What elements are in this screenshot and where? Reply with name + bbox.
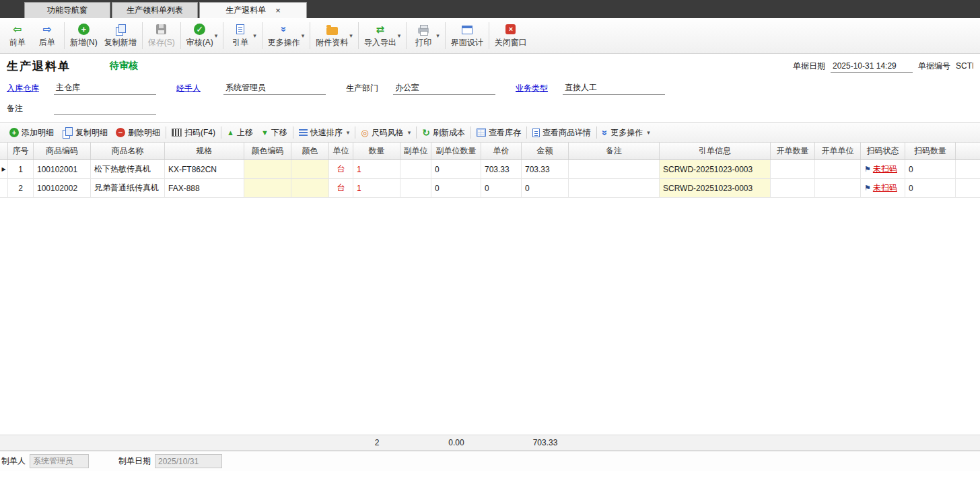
cell-product-name[interactable]: 松下热敏传真机 (91, 160, 165, 178)
add-new-button[interactable]: +新增(N) (67, 22, 101, 50)
header-unit[interactable]: 单位 (329, 143, 353, 159)
size-style-button[interactable]: ◎尺码风格▾ (357, 125, 415, 141)
business-type-label[interactable]: 业务类型 (516, 83, 563, 94)
cell-open-unit[interactable] (815, 160, 861, 178)
cell-color-code[interactable] (244, 160, 291, 178)
cell-scan-qty[interactable]: 0 (905, 179, 956, 197)
header-remark[interactable]: 备注 (569, 143, 660, 159)
tab-material-return-form[interactable]: 生产退料单 × (199, 2, 307, 18)
cell-unit[interactable]: 台 (329, 179, 353, 197)
cell-sub-qty[interactable]: 0 (431, 179, 481, 197)
cell-amount[interactable]: 703.33 (522, 160, 569, 178)
handler-field[interactable]: 系统管理员 (223, 82, 326, 95)
cell-color[interactable] (291, 160, 329, 178)
create-date-input[interactable] (155, 454, 222, 468)
save-button[interactable]: 保存(S) (145, 22, 178, 50)
header-seq[interactable]: 序号 (8, 143, 34, 159)
prev-bill-button[interactable]: ⇦前单 (3, 22, 32, 50)
view-stock-button[interactable]: 查看库存 (473, 125, 525, 141)
header-sub-qty[interactable]: 副单位数量 (431, 143, 481, 159)
header-amount[interactable]: 金额 (522, 143, 569, 159)
copy-add-button[interactable]: 复制新增 (101, 22, 140, 50)
attachments-button[interactable]: 附件资料 ▾ (312, 22, 356, 50)
chevron-down-icon[interactable]: ▾ (398, 32, 401, 39)
department-field[interactable]: 办公室 (393, 82, 495, 95)
tab-function-nav[interactable]: 功能导航窗 (24, 2, 110, 18)
cell-remark[interactable] (569, 160, 660, 178)
bill-date-field[interactable]: 2025-10-31 14:29 (831, 60, 913, 73)
cell-spec[interactable]: FAX-888 (165, 179, 244, 197)
quick-sort-button[interactable]: 快速排序▾ (295, 125, 354, 141)
move-down-button[interactable]: ▼下移 (257, 125, 291, 141)
cell-product-code[interactable]: 100102002 (34, 179, 91, 197)
cell-color-code[interactable] (244, 179, 291, 197)
cell-seq[interactable]: 2 (8, 179, 34, 197)
cell-qty[interactable]: 1 (353, 160, 400, 178)
header-color-code[interactable]: 颜色编码 (244, 143, 291, 159)
table-row[interactable]: 2 100102002 兄弟普通纸传真机 FAX-888 台 1 0 0 0 S… (0, 179, 980, 198)
table-row[interactable]: ▶ 1 100102001 松下热敏传真机 KX-FT862CN 台 1 0 7… (0, 160, 980, 179)
header-scan-status[interactable]: 扫码状态 (861, 143, 905, 159)
more-operations-button[interactable]: »更多操作 ▾ (265, 22, 308, 50)
header-open-qty[interactable]: 开单数量 (771, 143, 815, 159)
header-color[interactable]: 颜色 (291, 143, 329, 159)
chevron-down-icon[interactable]: ▾ (436, 32, 440, 39)
warehouse-label[interactable]: 入库仓库 (7, 83, 54, 94)
refresh-cost-button[interactable]: ↻刷新成本 (418, 125, 469, 141)
scan-code-button[interactable]: 扫码(F4) (168, 125, 219, 141)
cell-ref-info[interactable]: SCRWD-20251023-0003 (660, 179, 771, 197)
warehouse-field[interactable]: 主仓库 (54, 82, 156, 95)
close-icon[interactable]: × (275, 6, 281, 15)
chevron-down-icon[interactable]: ▾ (349, 32, 353, 39)
chevron-down-icon[interactable]: ▾ (253, 32, 256, 39)
import-export-button[interactable]: ⇄导入导出 ▾ (361, 22, 405, 50)
print-button[interactable]: 打印 ▾ (409, 22, 443, 50)
cell-remark[interactable] (569, 179, 660, 197)
move-up-button[interactable]: ▲上移 (223, 125, 257, 141)
cell-scan-qty[interactable]: 0 (905, 160, 956, 178)
cell-ref-info[interactable]: SCRWD-20251023-0003 (660, 160, 771, 178)
ui-design-button[interactable]: 界面设计 (448, 22, 487, 50)
creator-input[interactable] (30, 454, 89, 468)
cell-scan-status[interactable]: ⚑未扫码 (861, 179, 905, 197)
chevron-down-icon[interactable]: ▾ (302, 32, 305, 39)
cell-unit[interactable]: 台 (329, 160, 353, 178)
bill-number-field[interactable]: SCTI (956, 60, 973, 73)
cell-product-name[interactable]: 兄弟普通纸传真机 (91, 179, 165, 197)
cell-scan-status[interactable]: ⚑未扫码 (861, 160, 905, 178)
audit-button[interactable]: ✓审核(A) ▾ (183, 22, 221, 50)
chevron-down-icon[interactable]: ▾ (215, 32, 218, 39)
remark-field[interactable] (54, 102, 156, 115)
cell-open-unit[interactable] (815, 179, 861, 197)
cell-amount[interactable]: 0 (522, 179, 569, 197)
header-open-unit[interactable]: 开单单位 (815, 143, 861, 159)
scan-status-link[interactable]: 未扫码 (873, 163, 897, 175)
delete-detail-button[interactable]: −删除明细 (112, 125, 164, 141)
cell-product-code[interactable]: 100102001 (34, 160, 91, 178)
header-qty[interactable]: 数量 (353, 143, 400, 159)
pull-bill-button[interactable]: 引单 ▾ (225, 22, 260, 50)
handler-label[interactable]: 经手人 (176, 83, 223, 94)
tab-material-issue-list[interactable]: 生产领料单列表 (112, 2, 198, 18)
header-product-name[interactable]: 商品名称 (91, 143, 165, 159)
cell-price[interactable]: 703.33 (481, 160, 522, 178)
header-ref-info[interactable]: 引单信息 (660, 143, 771, 159)
cell-sub-unit[interactable] (400, 179, 431, 197)
close-window-button[interactable]: ×关闭窗口 (491, 22, 530, 50)
header-scan-qty[interactable]: 扫码数量 (905, 143, 956, 159)
cell-seq[interactable]: 1 (8, 160, 34, 178)
cell-open-qty[interactable] (771, 179, 815, 197)
add-detail-button[interactable]: +添加明细 (5, 125, 58, 141)
header-spec[interactable]: 规格 (165, 143, 244, 159)
cell-qty[interactable]: 1 (353, 179, 400, 197)
cell-sub-unit[interactable] (400, 160, 431, 178)
view-product-detail-button[interactable]: 查看商品详情 (528, 125, 595, 141)
business-type-field[interactable]: 直接人工 (563, 82, 665, 95)
cell-sub-qty[interactable]: 0 (431, 160, 481, 178)
copy-detail-button[interactable]: 复制明细 (58, 125, 112, 141)
cell-price[interactable]: 0 (481, 179, 522, 197)
header-price[interactable]: 单价 (481, 143, 522, 159)
cell-open-qty[interactable] (771, 160, 815, 178)
cell-spec[interactable]: KX-FT862CN (165, 160, 244, 178)
header-product-code[interactable]: 商品编码 (34, 143, 91, 159)
